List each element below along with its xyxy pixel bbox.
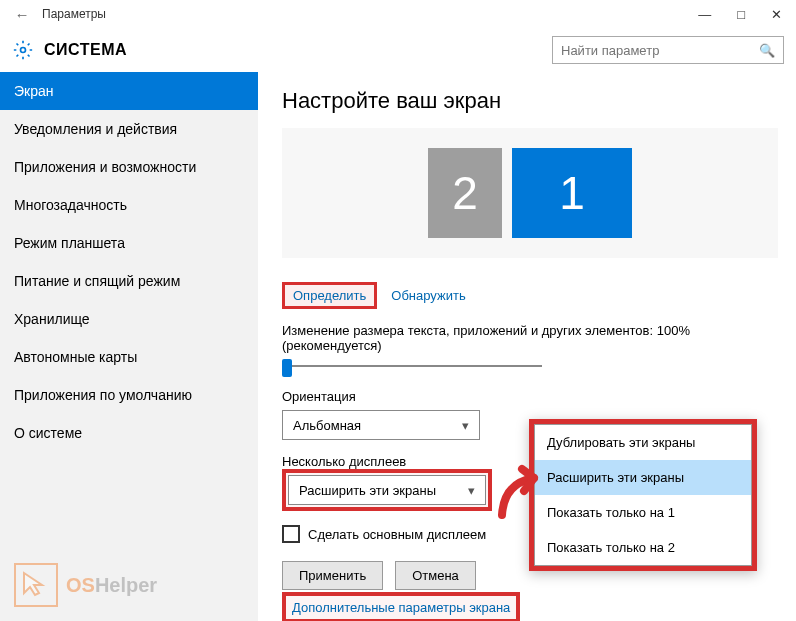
scale-label: Изменение размера текста, приложений и д… bbox=[282, 323, 778, 353]
sidebar: Экран Уведомления и действия Приложения … bbox=[0, 72, 258, 621]
orientation-label: Ориентация bbox=[282, 389, 778, 404]
monitor-preview: 2 1 bbox=[282, 128, 778, 258]
chevron-down-icon: ▾ bbox=[468, 483, 475, 498]
sidebar-item-storage[interactable]: Хранилище bbox=[0, 300, 258, 338]
maximize-button[interactable]: □ bbox=[737, 7, 745, 22]
watermark-logo bbox=[14, 563, 58, 607]
sidebar-item-display[interactable]: Экран bbox=[0, 72, 258, 110]
header: СИСТЕМА 🔍 bbox=[0, 28, 796, 72]
advanced-link-row: Дополнительные параметры экрана bbox=[282, 600, 520, 615]
chevron-down-icon: ▾ bbox=[462, 418, 469, 433]
back-button[interactable]: ← bbox=[8, 6, 36, 23]
identify-detect-row: Определить Обнаружить bbox=[282, 282, 778, 309]
search-input[interactable] bbox=[561, 43, 759, 58]
identify-link[interactable]: Определить bbox=[293, 288, 366, 303]
window-title: Параметры bbox=[42, 7, 106, 21]
orientation-dropdown[interactable]: Альбомная ▾ bbox=[282, 410, 480, 440]
slider-thumb[interactable] bbox=[282, 359, 292, 377]
popup-item-extend[interactable]: Расширить эти экраны bbox=[535, 460, 751, 495]
search-box[interactable]: 🔍 bbox=[552, 36, 784, 64]
slider-track bbox=[282, 365, 542, 367]
sidebar-item-tablet[interactable]: Режим планшета bbox=[0, 224, 258, 262]
header-title: СИСТЕМА bbox=[44, 41, 127, 59]
multiple-displays-dropdown[interactable]: Расширить эти экраны ▾ bbox=[288, 475, 486, 505]
orientation-value: Альбомная bbox=[293, 418, 361, 433]
popup-item-show2[interactable]: Показать только на 2 bbox=[535, 530, 751, 565]
titlebar: ← Параметры — □ ✕ bbox=[0, 0, 796, 28]
sidebar-item-default-apps[interactable]: Приложения по умолчанию bbox=[0, 376, 258, 414]
sidebar-item-power[interactable]: Питание и спящий режим bbox=[0, 262, 258, 300]
scale-slider[interactable] bbox=[282, 357, 542, 375]
sidebar-item-about[interactable]: О системе bbox=[0, 414, 258, 452]
sidebar-item-notifications[interactable]: Уведомления и действия bbox=[0, 110, 258, 148]
gear-icon bbox=[12, 39, 34, 61]
multiple-displays-value: Расширить эти экраны bbox=[299, 483, 436, 498]
search-icon: 🔍 bbox=[759, 43, 775, 58]
popup-item-show1[interactable]: Показать только на 1 bbox=[535, 495, 751, 530]
make-primary-checkbox[interactable] bbox=[282, 525, 300, 543]
sidebar-item-maps[interactable]: Автономные карты bbox=[0, 338, 258, 376]
advanced-display-link[interactable]: Дополнительные параметры экрана bbox=[292, 600, 510, 615]
watermark: OSHelper bbox=[14, 563, 157, 607]
popup-item-duplicate[interactable]: Дублировать эти экраны bbox=[535, 425, 751, 460]
svg-point-0 bbox=[21, 48, 26, 53]
detect-link[interactable]: Обнаружить bbox=[391, 288, 465, 303]
cursor-icon bbox=[22, 571, 48, 597]
highlight-advanced: Дополнительные параметры экрана bbox=[282, 592, 520, 621]
minimize-button[interactable]: — bbox=[698, 7, 711, 22]
popup-inner: Дублировать эти экраны Расширить эти экр… bbox=[534, 424, 752, 566]
sidebar-item-multitasking[interactable]: Многозадачность bbox=[0, 186, 258, 224]
sidebar-item-apps[interactable]: Приложения и возможности bbox=[0, 148, 258, 186]
monitor-1[interactable]: 1 bbox=[512, 148, 632, 238]
highlight-identify: Определить bbox=[282, 282, 377, 309]
monitor-2[interactable]: 2 bbox=[428, 148, 502, 238]
close-button[interactable]: ✕ bbox=[771, 7, 782, 22]
window-controls: — □ ✕ bbox=[698, 7, 788, 22]
make-primary-label: Сделать основным дисплеем bbox=[308, 527, 486, 542]
highlight-multiple-dropdown: Расширить эти экраны ▾ bbox=[282, 469, 492, 511]
cancel-button[interactable]: Отмена bbox=[395, 561, 476, 590]
apply-button[interactable]: Применить bbox=[282, 561, 383, 590]
page-title: Настройте ваш экран bbox=[282, 88, 778, 114]
watermark-text: OSHelper bbox=[66, 574, 157, 597]
multiple-displays-popup: Дублировать эти экраны Расширить эти экр… bbox=[529, 419, 757, 571]
